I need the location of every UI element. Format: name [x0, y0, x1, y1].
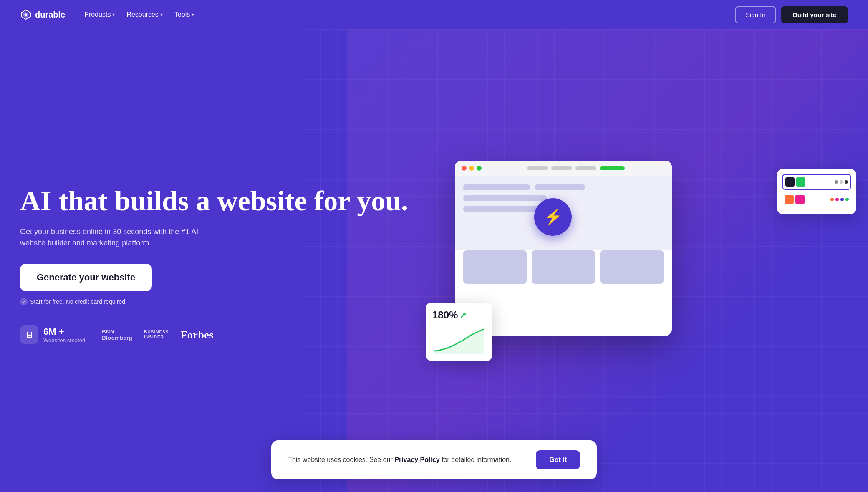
- lightning-circle: ⚡: [534, 198, 572, 236]
- chevron-down-icon: ▾: [160, 12, 163, 18]
- stat-count: 6M +: [43, 326, 85, 337]
- placeholder-bar: [535, 184, 585, 190]
- image-placeholder: [600, 250, 664, 284]
- forbes-logo: Forbes: [180, 328, 214, 341]
- privacy-policy-link[interactable]: Privacy Policy: [394, 456, 440, 463]
- color-swatch-green: [796, 177, 805, 187]
- stats-percent-value: 180%: [432, 309, 458, 321]
- nav-links: Products ▾ Resources ▾ Tools ▾: [80, 8, 198, 21]
- placeholder-bar: [463, 184, 530, 190]
- websites-stat: 🖥 6M + Websites created: [20, 325, 85, 344]
- got-it-button[interactable]: Got it: [536, 450, 580, 469]
- lightning-icon: ⚡: [544, 208, 563, 226]
- logo[interactable]: durable: [20, 9, 65, 20]
- color-dot: [835, 198, 839, 201]
- color-theme-card: [777, 169, 856, 214]
- nav-right: Sign In Build your site: [735, 6, 848, 23]
- color-dot: [845, 198, 849, 201]
- chevron-down-icon: ▾: [112, 12, 115, 18]
- color-dot: [840, 180, 843, 184]
- image-placeholder: [532, 250, 595, 284]
- free-note-text: Start for free. No credit card required.: [30, 298, 127, 305]
- stats-chart: [432, 326, 486, 355]
- navbar: durable Products ▾ Resources ▾ Tools ▾ S…: [0, 0, 868, 29]
- browser-bar: [455, 161, 672, 176]
- color-swatch-pink: [795, 195, 805, 204]
- cookie-banner: This website uses cookies. See our Priva…: [271, 440, 597, 479]
- business-insider-logo: BUSINESS INSIDER: [144, 330, 169, 340]
- color-dot: [835, 180, 838, 184]
- hero-title: AI that builds a website for you.: [20, 186, 417, 216]
- color-theme-row: [782, 192, 851, 207]
- cookie-text: This website uses cookies. See our Priva…: [288, 456, 526, 464]
- stat-label: Websites created: [43, 337, 85, 343]
- free-note: ✓ Start for free. No credit card require…: [20, 298, 417, 305]
- bar-pill: [575, 166, 596, 170]
- monitor-icon: 🖥: [20, 325, 38, 344]
- press-logos: BNN Bloomberg BUSINESS INSIDER Forbes: [102, 328, 214, 341]
- browser-bar-items: [487, 166, 665, 170]
- nav-products[interactable]: Products ▾: [80, 8, 119, 21]
- cookie-text-after: for detailed information.: [442, 456, 511, 463]
- color-dot: [830, 198, 834, 201]
- dot-green: [477, 166, 482, 171]
- bar-pill: [527, 166, 548, 170]
- hero-section: AI that builds a website for you. Get yo…: [0, 29, 868, 492]
- stats-card: 180% ↗: [426, 303, 492, 361]
- color-swatch-dark: [785, 177, 795, 187]
- image-placeholder: [463, 250, 527, 284]
- build-site-button[interactable]: Build your site: [781, 6, 848, 23]
- color-dot: [845, 180, 848, 184]
- chevron-down-icon: ▾: [192, 12, 194, 18]
- logo-text: durable: [35, 10, 65, 20]
- color-theme-row-selected: [782, 174, 851, 190]
- bar-pill-green: [600, 166, 625, 170]
- dot-yellow: [469, 166, 474, 171]
- cookie-text-before: This website uses cookies. See our: [288, 456, 394, 463]
- logo-icon: [20, 9, 32, 20]
- bar-pill: [551, 166, 572, 170]
- nav-tools[interactable]: Tools ▾: [170, 8, 198, 21]
- stats-arrow-icon: ↗: [459, 310, 467, 320]
- dot-red: [462, 166, 467, 171]
- placeholder-bar: [463, 195, 547, 201]
- browser-bottom-row: [455, 250, 672, 292]
- color-swatch-orange: [785, 195, 794, 204]
- browser-dots: [462, 166, 482, 171]
- signin-button[interactable]: Sign In: [735, 6, 776, 23]
- nav-resources[interactable]: Resources ▾: [122, 8, 167, 21]
- placeholder-bar: [463, 206, 538, 212]
- bnn-bloomberg-logo: BNN Bloomberg: [102, 328, 132, 341]
- color-dot: [840, 198, 844, 201]
- hero-subtitle: Get your business online in 30 seconds w…: [20, 226, 220, 249]
- nav-left: durable Products ▾ Resources ▾ Tools ▾: [20, 8, 198, 21]
- hero-visual: ⚡ 180% ↗: [434, 156, 848, 373]
- hero-bottom: 🖥 6M + Websites created BNN Bloomberg BU…: [20, 325, 417, 344]
- hero-content: AI that builds a website for you. Get yo…: [20, 186, 434, 344]
- generate-website-button[interactable]: Generate your website: [20, 264, 152, 291]
- check-icon: ✓: [20, 298, 28, 305]
